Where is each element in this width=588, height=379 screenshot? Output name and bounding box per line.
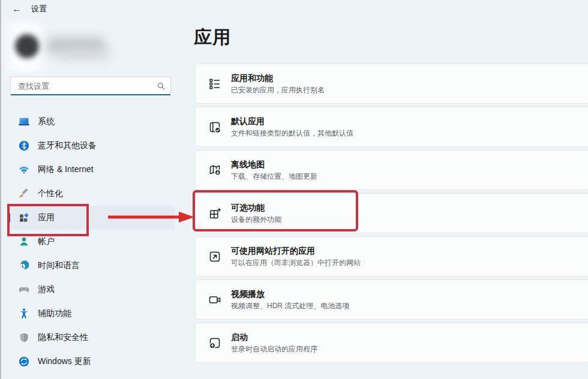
- settings-card-video-playback[interactable]: 视频播放视频调整、HDR 流式处理、电池选项: [195, 279, 588, 320]
- window-title: 设置: [31, 4, 47, 14]
- sidebar-item-label: 应用: [38, 212, 55, 223]
- card-text: 视频播放视频调整、HDR 流式处理、电池选项: [231, 289, 349, 310]
- back-icon[interactable]: ←: [12, 4, 22, 14]
- card-title: 可使用网站打开的应用: [231, 246, 361, 257]
- windows-update-icon: [18, 356, 30, 368]
- card-title: 可选功能: [231, 203, 281, 213]
- startup-icon: [208, 336, 222, 350]
- bluetooth-icon: [18, 140, 30, 152]
- sidebar-nav: 系统蓝牙和其他设备网络 & Internet个性化应用帐户时间和语言游戏辅助功能…: [0, 110, 183, 374]
- settings-card-startup[interactable]: 启动登录时自动启动的应用程序: [195, 323, 588, 363]
- network-icon: [18, 164, 30, 176]
- sidebar-item-label: 游戏: [38, 284, 55, 295]
- settings-card-default-apps[interactable]: 默认应用文件和链接类型的默认值，其他默认值: [195, 107, 588, 147]
- sidebar-item-accessibility[interactable]: 辅助功能: [8, 302, 175, 326]
- apps-features-icon: [208, 77, 222, 91]
- card-text: 启动登录时自动启动的应用程序: [231, 332, 317, 353]
- card-title: 应用和功能: [231, 73, 325, 84]
- card-title: 离线地图: [231, 160, 317, 170]
- optional-features-icon: [208, 206, 222, 221]
- search-icon[interactable]: [157, 82, 166, 91]
- account-block[interactable]: [0, 19, 180, 74]
- sidebar-item-privacy[interactable]: 隐私和安全性: [8, 326, 175, 350]
- card-title: 默认应用: [231, 116, 353, 127]
- sidebar-item-label: 时间和语言: [38, 260, 80, 271]
- sidebar-item-label: 帐户: [38, 236, 55, 247]
- card-title: 启动: [231, 332, 317, 343]
- card-title: 视频播放: [231, 289, 349, 300]
- sidebar-item-label: Windows 更新: [38, 356, 91, 367]
- sidebar-item-apps[interactable]: 应用: [8, 206, 175, 230]
- card-subtitle: 设备的额外功能: [231, 215, 281, 224]
- account-email-blurred: [59, 50, 110, 60]
- sidebar-item-time-language[interactable]: 时间和语言: [8, 254, 175, 278]
- settings-card-optional-features[interactable]: 可选功能设备的额外功能: [195, 193, 588, 233]
- time-language-icon: [18, 260, 30, 272]
- card-text: 应用和功能已安装的应用，应用执行别名: [231, 73, 325, 94]
- sidebar-item-bluetooth[interactable]: 蓝牙和其他设备: [8, 134, 175, 158]
- sidebar-item-accounts[interactable]: 帐户: [8, 230, 175, 254]
- apps-for-websites-icon: [208, 249, 222, 264]
- search-input[interactable]: [17, 81, 157, 91]
- card-subtitle: 文件和链接类型的默认值，其他默认值: [231, 129, 353, 137]
- sidebar-item-label: 系统: [38, 116, 55, 127]
- card-text: 可使用网站打开的应用可以在应用（而非浏览器）中打开的网站: [231, 246, 361, 267]
- offline-maps-icon: [208, 163, 222, 178]
- sidebar-item-label: 隐私和安全性: [38, 332, 88, 343]
- sidebar-item-system[interactable]: 系统: [8, 110, 175, 134]
- sidebar-item-label: 蓝牙和其他设备: [38, 140, 97, 151]
- privacy-icon: [18, 332, 30, 344]
- settings-card-list: 应用和功能已安装的应用，应用执行别名默认应用文件和链接类型的默认值，其他默认值离…: [195, 64, 588, 366]
- sidebar-item-gaming[interactable]: 游戏: [8, 278, 175, 302]
- sidebar-item-label: 个性化: [38, 188, 63, 199]
- sidebar-item-label: 网络 & Internet: [38, 164, 94, 175]
- card-subtitle: 已安装的应用，应用执行别名: [231, 86, 325, 94]
- card-subtitle: 可以在应用（而非浏览器）中打开的网站: [231, 258, 361, 267]
- gaming-icon: [18, 284, 30, 296]
- card-subtitle: 下载、存储位置、地图更新: [231, 172, 317, 181]
- titlebar: ← 设置: [0, 0, 588, 18]
- page-title: 应用: [194, 25, 231, 50]
- sidebar-item-windows-update[interactable]: Windows 更新: [8, 350, 175, 374]
- avatar: [15, 34, 39, 58]
- card-subtitle: 登录时自动启动的应用程序: [231, 345, 317, 353]
- apps-icon: [18, 212, 30, 224]
- sidebar-item-label: 辅助功能: [38, 308, 71, 319]
- default-apps-icon: [208, 120, 222, 134]
- personalization-icon: [18, 188, 30, 200]
- sidebar-item-network[interactable]: 网络 & Internet: [8, 158, 175, 182]
- settings-card-apps-for-websites[interactable]: 可使用网站打开的应用可以在应用（而非浏览器）中打开的网站: [195, 236, 588, 276]
- card-text: 可选功能设备的额外功能: [231, 203, 281, 224]
- system-icon: [18, 116, 30, 128]
- card-text: 离线地图下载、存储位置、地图更新: [231, 160, 317, 181]
- search-box[interactable]: [10, 77, 171, 95]
- card-subtitle: 视频调整、HDR 流式处理、电池选项: [231, 302, 349, 310]
- sidebar-item-personalization[interactable]: 个性化: [8, 182, 175, 206]
- accounts-icon: [18, 236, 30, 248]
- accessibility-icon: [18, 308, 30, 320]
- settings-card-offline-maps[interactable]: 离线地图下载、存储位置、地图更新: [195, 150, 588, 190]
- settings-card-apps-features[interactable]: 应用和功能已安装的应用，应用执行别名: [195, 64, 588, 104]
- video-playback-icon: [208, 293, 222, 307]
- card-text: 默认应用文件和链接类型的默认值，其他默认值: [231, 116, 353, 137]
